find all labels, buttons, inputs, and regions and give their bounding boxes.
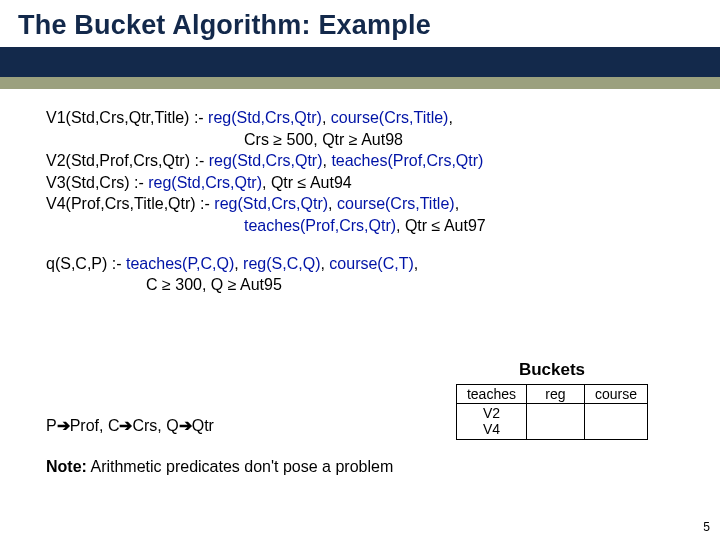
footnote: Note: Arithmetic predicates don't pose a… bbox=[46, 458, 393, 476]
v4-sep: , bbox=[328, 195, 337, 212]
v1-head: V1(Std,Crs,Qtr,Title) :- bbox=[46, 109, 208, 126]
q-tail: , bbox=[414, 255, 418, 272]
note-text: Arithmetic predicates don't pose a probl… bbox=[87, 458, 393, 475]
arrow-icon: ➔ bbox=[179, 417, 192, 434]
v1-tail: , bbox=[448, 109, 452, 126]
v4-reg: reg(Std,Crs,Qtr) bbox=[214, 195, 328, 212]
v4-cond: , Qtr ≤ Aut97 bbox=[396, 217, 486, 234]
title-bar: The Bucket Algorithm: Example bbox=[0, 0, 720, 47]
query-definition: q(S,C,P) :- teaches(P,C,Q), reg(S,C,Q), … bbox=[46, 253, 684, 296]
buckets-label: Buckets bbox=[456, 360, 648, 380]
view-v4: V4(Prof,Crs,Title,Qtr) :- reg(Std,Crs,Qt… bbox=[46, 193, 684, 215]
q-head: q(S,C,P) :- bbox=[46, 255, 126, 272]
sub-c-from: C bbox=[108, 417, 120, 434]
sub-c-to: Crs, bbox=[132, 417, 166, 434]
q-teaches: teaches(P,C,Q) bbox=[126, 255, 234, 272]
arrow-icon: ➔ bbox=[119, 417, 132, 434]
bucket-cell-teaches: V2 V4 bbox=[456, 404, 526, 440]
v4-teaches: teaches(Prof,Crs,Qtr) bbox=[244, 217, 396, 234]
v3-reg: reg(Std,Crs,Qtr) bbox=[148, 174, 262, 191]
v4-head: V4(Prof,Crs,Title,Qtr) :- bbox=[46, 195, 214, 212]
view-v1: V1(Std,Crs,Qtr,Title) :- reg(Std,Crs,Qtr… bbox=[46, 107, 684, 129]
q-sep2: , bbox=[320, 255, 329, 272]
bucket-teaches-v2: V2 bbox=[483, 405, 500, 421]
sub-p-to: Prof, bbox=[70, 417, 108, 434]
view-v4-line2: teaches(Prof,Crs,Qtr), Qtr ≤ Aut97 bbox=[46, 215, 684, 237]
sub-q-to: Qtr bbox=[192, 417, 214, 434]
v2-teaches: teaches(Prof,Crs,Qtr) bbox=[331, 152, 483, 169]
v1-sep: , bbox=[322, 109, 331, 126]
v3-tail: , Qtr ≤ Aut94 bbox=[262, 174, 352, 191]
content-area: V1(Std,Crs,Qtr,Title) :- reg(Std,Crs,Qtr… bbox=[0, 89, 720, 296]
v1-course: course(Crs,Title) bbox=[331, 109, 449, 126]
bucket-teaches-v4: V4 bbox=[483, 421, 500, 437]
v4-course: course(Crs,Title) bbox=[337, 195, 455, 212]
page-number: 5 bbox=[703, 520, 710, 534]
q-sep1: , bbox=[234, 255, 243, 272]
sub-q-from: Q bbox=[166, 417, 178, 434]
view-v3: V3(Std,Crs) :- reg(Std,Crs,Qtr), Qtr ≤ A… bbox=[46, 172, 684, 194]
slide-title: The Bucket Algorithm: Example bbox=[18, 10, 702, 41]
buckets-section: Buckets teaches reg course V2 V4 bbox=[456, 360, 648, 440]
q-course: course(C,T) bbox=[329, 255, 413, 272]
v4-tail: , bbox=[455, 195, 459, 212]
buckets-header-row: teaches reg course bbox=[456, 385, 647, 404]
header-band-olive bbox=[0, 77, 720, 89]
bucket-header-reg: reg bbox=[526, 385, 584, 404]
buckets-table: teaches reg course V2 V4 bbox=[456, 384, 648, 440]
q-reg: reg(S,C,Q) bbox=[243, 255, 320, 272]
bucket-cell-course bbox=[584, 404, 647, 440]
v2-reg: reg(Std,Crs,Qtr) bbox=[209, 152, 323, 169]
view-definitions: V1(Std,Crs,Qtr,Title) :- reg(Std,Crs,Qtr… bbox=[46, 107, 684, 237]
bucket-cell-reg bbox=[526, 404, 584, 440]
bucket-header-course: course bbox=[584, 385, 647, 404]
header-band-blue bbox=[0, 47, 720, 77]
v3-head: V3(Std,Crs) :- bbox=[46, 174, 148, 191]
sub-p-from: P bbox=[46, 417, 57, 434]
slide: The Bucket Algorithm: Example V1(Std,Crs… bbox=[0, 0, 720, 540]
query-line1: q(S,C,P) :- teaches(P,C,Q), reg(S,C,Q), … bbox=[46, 253, 684, 275]
v2-head: V2(Std,Prof,Crs,Qtr) :- bbox=[46, 152, 209, 169]
note-label: Note: bbox=[46, 458, 87, 475]
bucket-header-teaches: teaches bbox=[456, 385, 526, 404]
query-cond: C ≥ 300, Q ≥ Aut95 bbox=[46, 274, 684, 296]
substitution: P➔Prof, C➔Crs, Q➔Qtr bbox=[46, 416, 214, 435]
buckets-body-row: V2 V4 bbox=[456, 404, 647, 440]
arrow-icon: ➔ bbox=[57, 417, 70, 434]
v1-reg: reg(Std,Crs,Qtr) bbox=[208, 109, 322, 126]
view-v1-cond: Crs ≥ 500, Qtr ≥ Aut98 bbox=[46, 129, 684, 151]
view-v2: V2(Std,Prof,Crs,Qtr) :- reg(Std,Crs,Qtr)… bbox=[46, 150, 684, 172]
